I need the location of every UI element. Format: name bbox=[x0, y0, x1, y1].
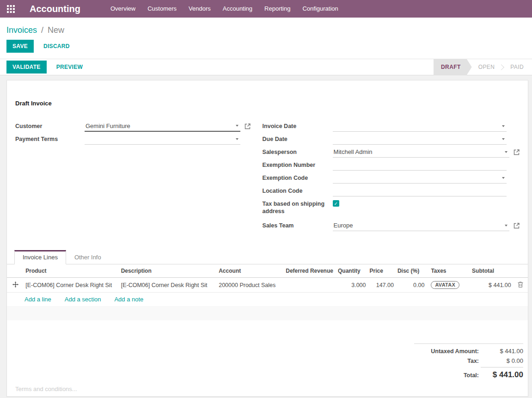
col-description[interactable]: Description bbox=[119, 264, 217, 278]
col-deferred-revenue[interactable]: Deferred Revenue bbox=[284, 264, 336, 278]
total-label: Total: bbox=[414, 372, 481, 379]
field-row-invoice-date: Invoice Date bbox=[263, 121, 520, 133]
apps-grid-icon[interactable] bbox=[0, 5, 21, 13]
salesperson-label: Salesperson bbox=[263, 147, 333, 156]
preview-button[interactable]: PREVIEW bbox=[50, 61, 89, 73]
col-product[interactable]: Product bbox=[24, 264, 119, 278]
status-paid[interactable]: PAID bbox=[504, 59, 530, 75]
col-subtotal[interactable]: Subtotal bbox=[470, 264, 513, 278]
add-a-note-link[interactable]: Add a note bbox=[114, 296, 143, 303]
location-code-input[interactable] bbox=[333, 185, 507, 196]
breadcrumb-separator: / bbox=[41, 25, 43, 35]
dropdown-caret-icon[interactable] bbox=[502, 138, 505, 140]
field-row-exemption-code: Exemption Code bbox=[263, 172, 520, 185]
invoice-line-row[interactable]: [E-COM06] Corner Desk Right Sit [E-COM06… bbox=[7, 278, 528, 293]
discard-button[interactable]: DISCARD bbox=[37, 40, 76, 53]
field-row-location-code: Location Code bbox=[263, 185, 520, 198]
exemption-number-label: Exemption Number bbox=[263, 159, 333, 169]
drag-handle-icon[interactable] bbox=[7, 278, 24, 293]
status-draft[interactable]: DRAFT bbox=[434, 59, 472, 75]
total-row: Total: $ 441.00 bbox=[414, 367, 523, 380]
exemption-number-input[interactable] bbox=[333, 159, 507, 171]
field-row-sales-team: Sales Team Europe bbox=[263, 220, 520, 233]
payment-terms-input[interactable] bbox=[85, 134, 240, 145]
external-link-icon[interactable] bbox=[514, 149, 520, 155]
col-quantity[interactable]: Quantity bbox=[336, 264, 367, 278]
cell-quantity[interactable]: 3.000 bbox=[336, 278, 367, 293]
cell-price[interactable]: 147.00 bbox=[368, 278, 396, 293]
invoice-form-sheet: Draft Invoice Customer Gemini Furniture bbox=[6, 80, 528, 397]
payment-terms-label: Payment Terms bbox=[15, 134, 85, 143]
cell-account[interactable]: 200000 Product Sales bbox=[217, 278, 284, 293]
terms-and-conditions-input[interactable]: Terms and conditions... bbox=[15, 386, 77, 392]
notebook-tabs: Invoice Lines Other Info bbox=[7, 250, 528, 264]
page-background: Draft Invoice Customer Gemini Furniture bbox=[0, 75, 532, 398]
dropdown-caret-icon[interactable] bbox=[505, 225, 508, 227]
breadcrumb-invoices-link[interactable]: Invoices bbox=[6, 25, 37, 35]
col-disc[interactable]: Disc (%) bbox=[396, 264, 426, 278]
control-panel: Invoices / New SAVE DISCARD bbox=[0, 18, 532, 59]
field-row-payment-terms: Payment Terms bbox=[15, 134, 251, 146]
cell-disc[interactable]: 0.00 bbox=[396, 278, 426, 293]
field-row-exemption-number: Exemption Number bbox=[263, 159, 520, 172]
tab-invoice-lines[interactable]: Invoice Lines bbox=[14, 250, 66, 264]
menu-reporting[interactable]: Reporting bbox=[258, 0, 296, 18]
external-link-icon[interactable] bbox=[514, 223, 520, 229]
app-title[interactable]: Accounting bbox=[30, 4, 80, 14]
cell-description[interactable]: [E-COM06] Corner Desk Right Sit bbox=[119, 278, 217, 293]
breadcrumb: Invoices / New bbox=[6, 25, 532, 35]
sales-team-label: Sales Team bbox=[263, 220, 333, 229]
delete-line-icon[interactable] bbox=[513, 278, 528, 293]
salesperson-input[interactable]: Mitchell Admin bbox=[333, 147, 509, 158]
save-button[interactable]: SAVE bbox=[6, 40, 34, 53]
dropdown-caret-icon[interactable] bbox=[505, 151, 508, 153]
cell-taxes[interactable]: AVATAX bbox=[426, 278, 470, 293]
menu-accounting[interactable]: Accounting bbox=[217, 0, 258, 18]
tax-shipping-label: Tax based on shipping address bbox=[263, 198, 333, 215]
add-a-line-link[interactable]: Add a line bbox=[24, 296, 51, 303]
due-date-label: Due Date bbox=[263, 134, 333, 143]
tax-shipping-checkbox[interactable]: ✓ bbox=[333, 200, 339, 207]
menu-overview[interactable]: Overview bbox=[104, 0, 141, 18]
tax-row: Tax: $ 0.00 bbox=[414, 357, 523, 364]
breadcrumb-current: New bbox=[48, 25, 64, 35]
validate-button[interactable]: VALIDATE bbox=[6, 61, 47, 73]
untaxed-amount-row: Untaxed Amount: $ 441.00 bbox=[414, 348, 523, 355]
field-row-due-date: Due Date bbox=[263, 134, 520, 146]
due-date-input[interactable] bbox=[333, 134, 507, 145]
customer-input[interactable]: Gemini Furniture bbox=[85, 121, 240, 132]
tab-other-info[interactable]: Other Info bbox=[66, 250, 110, 264]
total-value: $ 441.00 bbox=[481, 367, 523, 380]
exemption-code-label: Exemption Code bbox=[263, 172, 333, 182]
untaxed-amount-value: $ 441.00 bbox=[481, 348, 523, 355]
external-link-icon[interactable] bbox=[245, 123, 251, 129]
avatax-badge[interactable]: AVATAX bbox=[431, 281, 459, 289]
col-account[interactable]: Account bbox=[217, 264, 284, 278]
status-open[interactable]: OPEN bbox=[472, 59, 501, 75]
cell-deferred-revenue[interactable] bbox=[284, 278, 336, 293]
invoice-lines-table: Product Description Account Deferred Rev… bbox=[7, 264, 528, 293]
dropdown-caret-icon[interactable] bbox=[502, 177, 505, 179]
line-add-links: Add a line Add a section Add a note bbox=[7, 293, 528, 306]
menu-vendors[interactable]: Vendors bbox=[183, 0, 217, 18]
cell-subtotal: $ 441.00 bbox=[470, 278, 513, 293]
exemption-code-input[interactable] bbox=[333, 172, 507, 184]
dropdown-caret-icon[interactable] bbox=[502, 125, 505, 127]
col-taxes[interactable]: Taxes bbox=[426, 264, 470, 278]
cell-product[interactable]: [E-COM06] Corner Desk Right Sit bbox=[24, 278, 119, 293]
sales-team-input[interactable]: Europe bbox=[333, 220, 509, 231]
col-price[interactable]: Price bbox=[368, 264, 396, 278]
action-status-row: VALIDATE PREVIEW DRAFT OPEN PAID bbox=[0, 59, 532, 75]
field-row-tax-shipping: Tax based on shipping address ✓ bbox=[263, 198, 520, 220]
menu-configuration[interactable]: Configuration bbox=[296, 0, 344, 18]
dropdown-caret-icon[interactable] bbox=[236, 125, 238, 127]
tax-value: $ 0.00 bbox=[481, 357, 523, 364]
menu-customers[interactable]: Customers bbox=[141, 0, 183, 18]
invoice-date-input[interactable] bbox=[333, 121, 507, 132]
invoice-date-label: Invoice Date bbox=[263, 121, 333, 130]
field-row-customer: Customer Gemini Furniture bbox=[15, 121, 251, 133]
status-bar: DRAFT OPEN PAID bbox=[434, 59, 530, 75]
add-a-section-link[interactable]: Add a section bbox=[65, 296, 101, 303]
dropdown-caret-icon[interactable] bbox=[236, 138, 238, 140]
main-menu: Overview Customers Vendors Accounting Re… bbox=[104, 0, 344, 18]
